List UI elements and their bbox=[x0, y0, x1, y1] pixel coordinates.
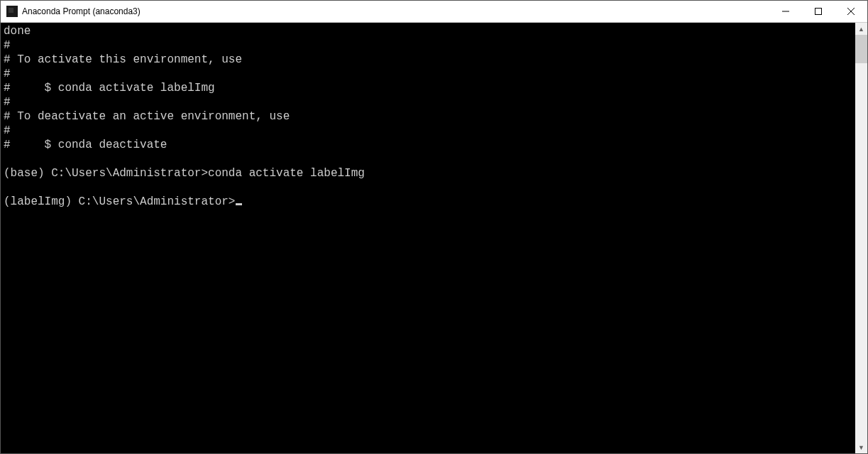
terminal-line: # bbox=[4, 38, 855, 53]
scroll-down-button[interactable]: ▼ bbox=[855, 441, 867, 453]
window-titlebar[interactable]: Anaconda Prompt (anaconda3) bbox=[1, 1, 867, 23]
terminal-line: # $ conda deactivate bbox=[4, 138, 855, 152]
terminal-area: done## To activate this environment, use… bbox=[1, 23, 867, 453]
terminal-line: # bbox=[4, 124, 855, 138]
window-title: Anaconda Prompt (anaconda3) bbox=[22, 1, 141, 23]
minimize-button[interactable] bbox=[769, 1, 802, 23]
cursor bbox=[236, 203, 242, 205]
minimize-icon bbox=[782, 8, 789, 15]
terminal-line: (base) C:\Users\Administrator>conda acti… bbox=[4, 166, 855, 180]
terminal-line: # To deactivate an active environment, u… bbox=[4, 109, 855, 124]
maximize-icon bbox=[815, 8, 822, 15]
maximize-button[interactable] bbox=[802, 1, 835, 23]
vertical-scrollbar[interactable]: ▲ ▼ bbox=[855, 23, 867, 453]
prompt-text: (labelImg) C:\Users\Administrator> bbox=[4, 195, 235, 208]
terminal-line: # To activate this environment, use bbox=[4, 53, 855, 67]
scroll-up-button[interactable]: ▲ bbox=[855, 23, 867, 35]
scroll-thumb[interactable] bbox=[855, 35, 867, 63]
close-icon bbox=[847, 8, 855, 15]
terminal-line: # bbox=[4, 95, 855, 109]
terminal-line bbox=[4, 180, 855, 195]
chevron-down-icon: ▼ bbox=[858, 444, 864, 451]
terminal-line: done bbox=[4, 24, 855, 38]
close-button[interactable] bbox=[835, 1, 867, 23]
terminal-line bbox=[4, 152, 855, 166]
chevron-up-icon: ▲ bbox=[858, 26, 864, 33]
terminal-line: # bbox=[4, 67, 855, 81]
terminal-line: # $ conda activate labelImg bbox=[4, 81, 855, 95]
terminal-prompt-line[interactable]: (labelImg) C:\Users\Administrator> bbox=[4, 195, 855, 209]
terminal-output[interactable]: done## To activate this environment, use… bbox=[1, 23, 855, 453]
app-icon bbox=[6, 6, 18, 17]
scroll-track[interactable] bbox=[855, 35, 867, 441]
svg-rect-1 bbox=[815, 9, 822, 15]
